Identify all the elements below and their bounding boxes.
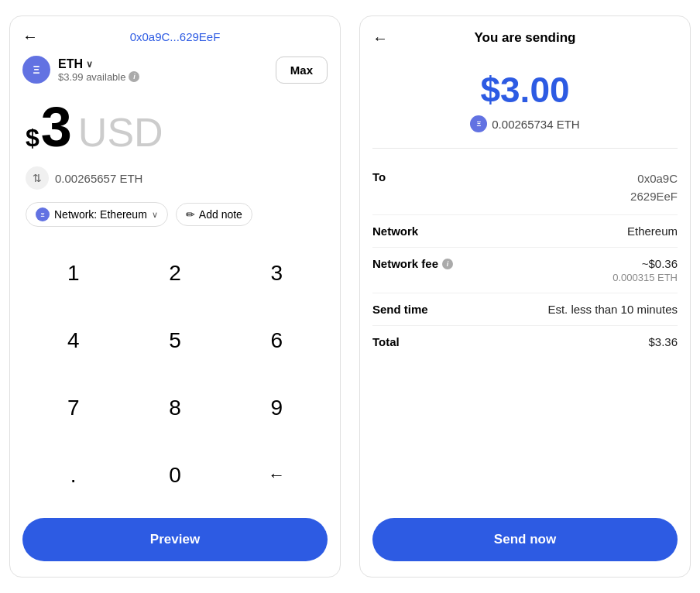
network-chevron-icon: ∨ xyxy=(152,210,158,220)
amount-unit: USD xyxy=(78,109,163,156)
send-time-label: Send time xyxy=(372,303,428,316)
token-selector-row: Ξ ETH ∨ $3.99 available i Max xyxy=(10,51,340,91)
amount-number: 3 xyxy=(41,99,72,155)
to-row: To 0x0a9C 2629EeF xyxy=(372,161,678,215)
total-row: Total $3.36 xyxy=(372,326,678,358)
screen2-back-button[interactable]: ← xyxy=(372,29,388,47)
wallet-address: 0x0a9C...629EeF xyxy=(130,30,221,43)
network-label: Network: Ethereum xyxy=(54,208,147,221)
network-detail-value: Ethereum xyxy=(627,225,678,238)
to-label: To xyxy=(372,170,386,183)
send-now-button-wrap: Send now xyxy=(360,509,690,577)
token-name-label: ETH xyxy=(58,57,83,71)
network-eth-icon: Ξ xyxy=(36,207,50,221)
send-now-button[interactable]: Send now xyxy=(372,518,678,561)
screen2-title: You are sending xyxy=(475,30,576,46)
to-address-line2: 2629EeF xyxy=(630,188,678,206)
fee-usd-value: ~$0.36 xyxy=(612,257,678,270)
send-details: To 0x0a9C 2629EeF Network Ethereum Netwo… xyxy=(360,149,690,509)
conversion-text: 0.00265657 ETH xyxy=(55,172,142,185)
balance-info-icon[interactable]: i xyxy=(129,71,139,82)
total-value: $3.36 xyxy=(648,335,678,348)
send-amount-screen: ← 0x0a9C...629EeF Ξ ETH ∨ $3.99 availabl… xyxy=(9,15,341,578)
back-button[interactable]: ← xyxy=(22,28,38,46)
fee-eth-value: 0.000315 ETH xyxy=(612,272,678,283)
send-eth-row: Ξ 0.00265734 ETH xyxy=(470,115,579,132)
fee-info-icon[interactable]: i xyxy=(442,259,453,269)
token-dropdown-icon: ∨ xyxy=(86,59,93,70)
numpad-2[interactable]: 2 xyxy=(124,239,225,307)
dollar-sign: $ xyxy=(26,124,39,153)
network-row: Network Ethereum xyxy=(372,215,678,248)
network-note-row: Ξ Network: Ethereum ∨ ✏ Add note xyxy=(10,199,340,239)
screen1-header: ← 0x0a9C...629EeF xyxy=(10,16,340,51)
to-address-line1: 0x0a9C xyxy=(630,170,678,188)
convert-icon[interactable]: ⇅ xyxy=(26,166,49,190)
send-confirmation-screen: ← You are sending $3.00 Ξ 0.00265734 ETH… xyxy=(359,15,691,578)
network-selector[interactable]: Ξ Network: Ethereum ∨ xyxy=(26,202,168,227)
amount-display: $ 3 USD xyxy=(10,91,340,160)
conversion-row: ⇅ 0.00265657 ETH xyxy=(10,160,340,199)
fee-label: Network fee i xyxy=(372,257,453,270)
preview-button[interactable]: Preview xyxy=(22,518,328,561)
add-note-label: Add note xyxy=(199,208,242,221)
numpad-dot[interactable]: . xyxy=(22,441,124,509)
numpad-6[interactable]: 6 xyxy=(226,307,328,374)
send-time-value: Est. less than 10 minutes xyxy=(547,303,678,316)
token-name-row[interactable]: ETH ∨ xyxy=(58,57,139,71)
add-note-button[interactable]: ✏ Add note xyxy=(176,203,252,226)
send-amount-block: $3.00 Ξ 0.00265734 ETH xyxy=(360,53,690,145)
token-balance: $3.99 available i xyxy=(58,71,139,83)
max-button[interactable]: Max xyxy=(276,57,328,84)
numpad-8[interactable]: 8 xyxy=(124,374,225,441)
preview-button-wrap: Preview xyxy=(10,509,340,577)
send-eth-icon: Ξ xyxy=(470,115,487,132)
numpad: 1 2 3 4 5 6 7 8 9 . 0 ← xyxy=(10,239,340,509)
pencil-icon: ✏ xyxy=(186,208,195,221)
screen2-header: ← You are sending xyxy=(360,16,690,53)
send-usd-amount: $3.00 xyxy=(480,69,569,111)
numpad-5[interactable]: 5 xyxy=(124,307,225,374)
numpad-4[interactable]: 4 xyxy=(22,307,124,374)
token-info: ETH ∨ $3.99 available i xyxy=(58,57,139,83)
to-address-block: 0x0a9C 2629EeF xyxy=(630,170,678,205)
numpad-1[interactable]: 1 xyxy=(22,239,124,307)
numpad-7[interactable]: 7 xyxy=(22,374,124,441)
numpad-0[interactable]: 0 xyxy=(124,441,225,509)
numpad-3[interactable]: 3 xyxy=(226,239,328,307)
send-time-row: Send time Est. less than 10 minutes xyxy=(372,293,678,326)
eth-icon: Ξ xyxy=(22,56,50,84)
fee-row: Network fee i ~$0.36 0.000315 ETH xyxy=(372,248,678,293)
numpad-backspace[interactable]: ← xyxy=(226,441,328,509)
fee-value-block: ~$0.36 0.000315 ETH xyxy=(612,257,678,283)
numpad-9[interactable]: 9 xyxy=(226,374,328,441)
token-left: Ξ ETH ∨ $3.99 available i xyxy=(22,56,139,84)
send-eth-amount: 0.00265734 ETH xyxy=(492,118,579,131)
network-detail-label: Network xyxy=(372,225,418,238)
total-label: Total xyxy=(372,335,400,348)
